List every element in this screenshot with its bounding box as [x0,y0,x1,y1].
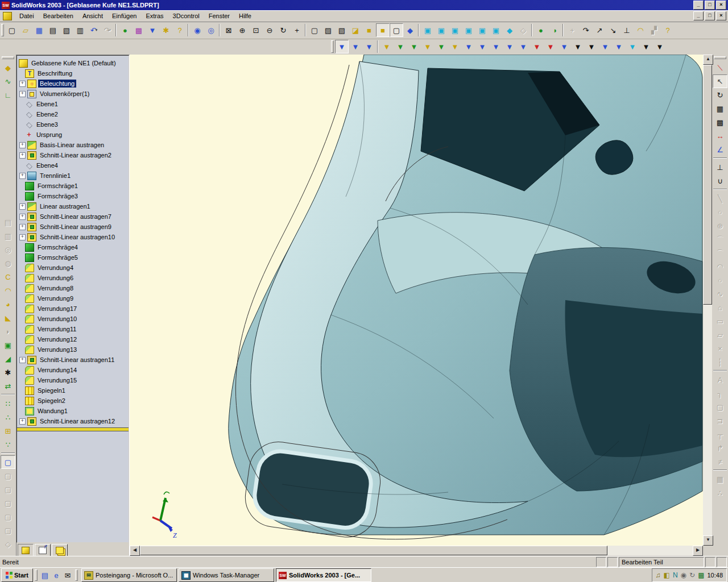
new-button[interactable]: ▢ [5,23,19,37]
solidworks-app-icon[interactable]: SW [2,2,10,9]
menu-3dcontrol[interactable]: 3Dcontrol [168,11,204,21]
shell-button[interactable]: ▣ [1,338,15,352]
filter-planes-button[interactable]: ▼ [462,40,475,53]
network-tray-icon[interactable]: ▩ [698,572,704,579]
tree-item-wandung1[interactable]: Wandung1 [17,406,129,416]
toolbar-grip[interactable] [714,56,726,59]
grid-button[interactable]: ▦ [713,102,727,115]
tree-item-schnitt-linear-austragen12[interactable]: +Schnitt-Linear austragen12 [17,416,129,426]
taskbar-grip[interactable] [35,569,38,581]
tree-item-trennlinie1[interactable]: +Trennlinie1 [17,171,129,181]
display-tray-icon[interactable]: ◧ [664,572,670,579]
filter-surface-bodies-button[interactable]: ▼ [421,40,435,53]
internet-explorer-icon[interactable]: e [51,569,62,581]
tree-item-spiegeln1[interactable]: Spiegeln1 [17,385,129,396]
filter-axes-button[interactable]: ▼ [448,40,462,53]
graphics-viewport[interactable]: Z [130,55,703,546]
zoom-out-button[interactable]: ⊖ [263,23,276,37]
tree-item-beleuchtung[interactable]: +☼Beleuchtung [17,78,129,89]
view-bottom-button[interactable]: ▣ [489,23,503,37]
tree-item-schnitt-linear-austragen2[interactable]: +Schnitt-Linear austragen2 [17,150,129,160]
zoom-to-selection-button[interactable]: ◎ [204,23,218,37]
sketch-tool-button[interactable]: ∠ [713,143,727,156]
toolbar-grip[interactable] [1,24,4,36]
mouse-tray-icon[interactable]: ◉ [681,572,686,579]
view-right-button[interactable]: ▣ [462,23,475,37]
toolbar-grip[interactable] [331,40,334,53]
tree-item-ebene4[interactable]: Ebene4 [17,160,129,171]
chamfer-button[interactable]: ◣ [1,311,15,325]
doc-close-button[interactable]: × [716,11,726,20]
filter-sketch-segments-button[interactable]: ▼ [489,40,503,53]
filter-cosmetic-threads-button[interactable]: ▼ [653,40,667,53]
tree-item-verrundung11[interactable]: Verrundung11 [17,324,129,334]
expander-icon[interactable]: + [19,91,26,97]
horizontal-scrollbar[interactable]: ◀ ▶ [130,546,703,555]
edit-color-button[interactable]: ▩ [132,23,146,37]
rotate-component-button[interactable]: ↷ [579,23,593,37]
tree-item-verrundung17[interactable]: Verrundung17 [17,304,129,314]
tree-item-formschr-ge5[interactable]: Formschräge5 [17,252,129,263]
sweep-button[interactable]: C [1,270,15,284]
help-context-button[interactable]: ? [661,23,675,37]
tree-item-ebene1[interactable]: Ebene1 [17,99,129,109]
fillet-feature-button[interactable]: ◕ [1,297,15,311]
draft-button[interactable]: ◢ [1,352,15,365]
expander-icon[interactable]: + [19,357,26,363]
filter-notes-button[interactable]: ▼ [571,40,585,53]
tree-item-schnitt-linear-austragen7[interactable]: +Schnitt-Linear austragen7 [17,211,129,222]
open-button[interactable]: ▱ [19,23,32,37]
expander-icon[interactable]: + [19,81,26,87]
tree-item-volumenk-rper-1[interactable]: +Volumenkörper(1) [17,89,129,99]
filter-toggle-button[interactable]: ▼ [335,40,349,53]
doc-minimize-button[interactable]: _ [693,11,704,20]
undo-dropdown-icon[interactable]: ▾ [96,28,98,32]
expander-icon[interactable]: + [19,224,26,230]
curvature-button[interactable]: ◑ [548,23,561,37]
view-back-button[interactable]: ▣ [435,23,448,37]
move-arrow-se-button[interactable]: ↘ [606,23,620,37]
tree-item-ebene3[interactable]: Ebene3 [17,119,129,130]
dimension-button[interactable]: ↔ [713,129,727,143]
cube-wireframe-button[interactable]: ▢ [1,455,15,469]
pan-button[interactable]: + [290,23,304,37]
property-manager-tab[interactable] [35,544,51,556]
filter-midpoints-button[interactable]: ▼ [503,40,516,53]
filter-vertices-button[interactable]: ▼ [380,40,394,53]
mirror-sketch-button[interactable]: ∪ [713,174,727,188]
filter-faces-button[interactable]: ▼ [407,40,421,53]
tree-item-verrundung4[interactable]: Verrundung4 [17,263,129,273]
grid-settings-button[interactable]: ▩ [713,115,727,129]
sketch-driven-pattern-button[interactable]: ∵ [1,438,15,451]
menu-datei[interactable]: Datei [15,11,39,21]
shaded-mode-button[interactable]: ■ [362,23,376,37]
filter-weld-symbols-button[interactable]: ▼ [598,40,612,53]
tree-item-verrundung13[interactable]: Verrundung13 [17,344,129,355]
notes-tray-icon[interactable]: N [673,572,678,579]
scroll-down-button[interactable]: ▼ [703,535,713,546]
view-isometric-button[interactable]: ◆ [503,23,516,37]
toolbar-grip[interactable] [2,56,14,59]
taskbar-task-solidworks-2003-ge[interactable]: SWSolidWorks 2003 - [Ge... [276,568,371,582]
filter-balloons-button[interactable]: ▼ [585,40,598,53]
feature-manager-tab[interactable] [18,544,34,556]
tree-item-formschr-ge4[interactable]: Formschräge4 [17,242,129,252]
save-button[interactable]: ▦ [32,23,46,37]
tree-item-verrundung15[interactable]: Verrundung15 [17,375,129,385]
filter-multiple-button[interactable]: ▼ [349,40,362,53]
volume-tray-icon[interactable]: ♫ [656,572,661,579]
3d-model[interactable]: Z [130,55,703,546]
tree-item-schnitt-linear-austragen11[interactable]: +Schnitt-Linear austragen11 [17,355,129,365]
view-front-button[interactable]: ▣ [421,23,435,37]
tree-item-ebene2[interactable]: Ebene2 [17,109,129,119]
menu-fenster[interactable]: Fenster [204,11,234,21]
vertical-scrollbar[interactable]: ▲ ▼ [703,55,712,546]
scroll-right-button[interactable]: ▶ [693,546,703,556]
title-bar[interactable]: SW SolidWorks 2003 - [Geblasene Kufe NE1… [0,0,728,10]
tree-item-verrundung8[interactable]: Verrundung8 [17,283,129,293]
view-left-button[interactable]: ▣ [448,23,462,37]
mate-button[interactable]: ◠ [634,23,647,37]
view-top-button[interactable]: ▣ [475,23,489,37]
taskbar-task-windows-task-manager[interactable]: ▦Windows Task-Manager [179,568,274,582]
filter-clear-button[interactable]: ▼ [362,40,376,53]
